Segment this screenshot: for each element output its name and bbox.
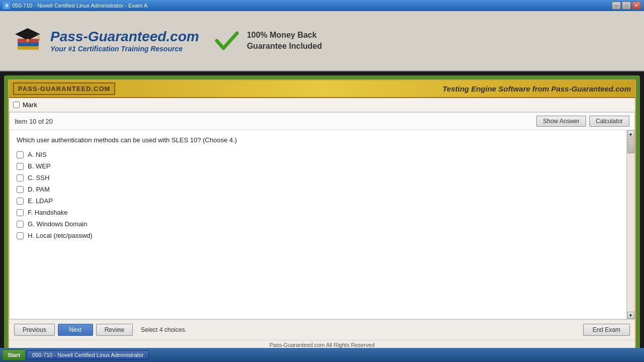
scroll-thumb[interactable] bbox=[627, 138, 634, 153]
option-label-a: A. NIS bbox=[28, 151, 47, 158]
option-label-h: H. Local (/etc/passwd) bbox=[28, 232, 93, 239]
pg-logo: PASS-GUARANTEED.COM bbox=[13, 82, 115, 95]
calculator-button[interactable]: Calculator bbox=[589, 116, 629, 127]
question-content-wrapper: Which user authentication methods can be… bbox=[10, 130, 634, 319]
answer-option-f: F. Handshake bbox=[17, 209, 619, 216]
footer-text: Pass-Guaranteed.com All Rights Reserved bbox=[269, 342, 374, 348]
bottom-left: Previous Next Review Select 4 choices. bbox=[14, 324, 187, 336]
bottom-bar: Previous Next Review Select 4 choices. E… bbox=[9, 319, 635, 340]
scroll-track bbox=[627, 137, 634, 312]
scroll-down-btn[interactable]: ▼ bbox=[627, 312, 634, 319]
taskbar-area: 050-710 - Novell Certified Linux Adminis… bbox=[27, 350, 642, 359]
mark-label: Mark bbox=[23, 101, 37, 109]
option-label-c: C. SSH bbox=[28, 174, 49, 182]
header-buttons: Show Answer Calculator bbox=[536, 116, 629, 127]
review-button[interactable]: Review bbox=[96, 324, 133, 336]
guarantee-text: 100% Money Back Guarantee Included bbox=[247, 30, 322, 52]
question-area: Item 10 of 20 Show Answer Calculator Whi… bbox=[9, 112, 635, 319]
checkbox-a[interactable] bbox=[17, 151, 24, 158]
title-bar: 🖥 050-710 - Novell Certified Linux Admin… bbox=[0, 0, 644, 11]
select-hint: Select 4 choices. bbox=[141, 326, 187, 333]
brand-text: Pass-Guaranteed.com Your #1 Certificatio… bbox=[50, 29, 199, 53]
logo-area: Pass-Guaranteed.com Your #1 Certificatio… bbox=[10, 23, 199, 58]
taskbar: Start 050-710 - Novell Certified Linux A… bbox=[0, 348, 644, 362]
option-label-g: G. Windows Domain bbox=[28, 220, 87, 228]
mark-row: Mark bbox=[9, 98, 635, 112]
answer-option-a: A. NIS bbox=[17, 151, 619, 158]
start-button[interactable]: Start bbox=[2, 349, 26, 360]
testing-engine-title: Testing Engine Software from Pass-Guaran… bbox=[442, 84, 631, 93]
scroll-up-btn[interactable]: ▲ bbox=[627, 130, 634, 137]
pg-header-bar: PASS-GUARANTEED.COM Testing Engine Softw… bbox=[9, 80, 635, 98]
option-label-e: E. LDAP bbox=[28, 197, 53, 205]
graduation-icon bbox=[10, 23, 45, 58]
option-label-b: B. WEP bbox=[28, 162, 51, 170]
scrollbar[interactable]: ▲ ▼ bbox=[626, 130, 634, 319]
checkbox-h[interactable] bbox=[17, 232, 24, 239]
site-tagline: Your #1 Certification Training Resource bbox=[50, 45, 199, 53]
checkbox-b[interactable] bbox=[17, 163, 24, 170]
checkbox-d[interactable] bbox=[17, 186, 24, 193]
question-text: Which user authentication methods can be… bbox=[17, 136, 619, 144]
checkbox-g[interactable] bbox=[17, 221, 24, 228]
minimize-button[interactable]: ─ bbox=[612, 2, 621, 10]
question-body: Which user authentication methods can be… bbox=[10, 130, 626, 319]
answer-option-h: H. Local (/etc/passwd) bbox=[17, 232, 619, 239]
answer-option-g: G. Windows Domain bbox=[17, 220, 619, 228]
maximize-button[interactable]: □ bbox=[622, 2, 631, 10]
show-answer-button[interactable]: Show Answer bbox=[536, 116, 586, 127]
window-title: 050-710 - Novell Certified Linux Adminis… bbox=[12, 3, 147, 9]
answer-option-b: B. WEP bbox=[17, 162, 619, 170]
checkbox-c[interactable] bbox=[17, 174, 24, 182]
end-exam-button[interactable]: End Exam bbox=[583, 324, 630, 336]
checkbox-e[interactable] bbox=[17, 198, 24, 205]
checkmark-icon bbox=[214, 28, 239, 53]
options-list: A. NISB. WEPC. SSHD. PAME. LDAPF. Handsh… bbox=[17, 151, 619, 239]
item-counter: Item 10 of 20 bbox=[15, 118, 53, 125]
question-header: Item 10 of 20 Show Answer Calculator bbox=[10, 113, 634, 130]
next-button[interactable]: Next bbox=[58, 324, 93, 336]
option-label-f: F. Handshake bbox=[28, 209, 68, 216]
site-name: Pass-Guaranteed.com bbox=[50, 29, 199, 45]
svg-rect-1 bbox=[18, 42, 39, 46]
svg-point-5 bbox=[26, 39, 29, 42]
main-container: PASS-GUARANTEED.COM Testing Engine Softw… bbox=[4, 75, 640, 354]
exam-panel: PASS-GUARANTEED.COM Testing Engine Softw… bbox=[8, 79, 636, 350]
checkbox-f[interactable] bbox=[17, 209, 24, 216]
checkmark-area: 100% Money Back Guarantee Included bbox=[214, 28, 322, 53]
app-icon: 🖥 bbox=[3, 2, 10, 9]
nav-buttons: Previous Next Review bbox=[14, 324, 133, 336]
answer-option-e: E. LDAP bbox=[17, 197, 619, 205]
svg-rect-0 bbox=[18, 46, 39, 50]
taskbar-item[interactable]: 050-710 - Novell Certified Linux Adminis… bbox=[27, 350, 149, 359]
title-bar-controls[interactable]: ─ □ ✕ bbox=[612, 2, 641, 10]
answer-option-c: C. SSH bbox=[17, 174, 619, 182]
svg-point-7 bbox=[38, 39, 40, 41]
page-header: Pass-Guaranteed.com Your #1 Certificatio… bbox=[0, 11, 644, 71]
previous-button[interactable]: Previous bbox=[14, 324, 55, 336]
mark-checkbox[interactable] bbox=[13, 102, 20, 108]
option-label-d: D. PAM bbox=[28, 186, 50, 193]
title-bar-left: 🖥 050-710 - Novell Certified Linux Admin… bbox=[3, 2, 147, 9]
close-button[interactable]: ✕ bbox=[632, 2, 641, 10]
answer-option-d: D. PAM bbox=[17, 186, 619, 193]
